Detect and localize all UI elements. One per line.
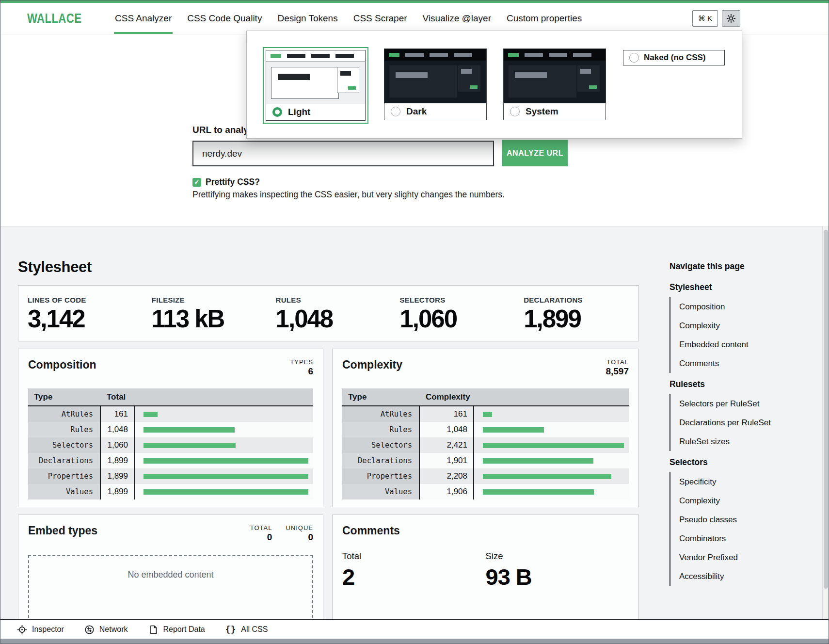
theme-picker-dropdown: Light Dark: [246, 31, 742, 139]
statusbar-report-data[interactable]: Report Data: [148, 625, 205, 635]
light-radio[interactable]: [272, 107, 282, 117]
value-bar: [143, 458, 308, 464]
system-radio[interactable]: [510, 107, 520, 116]
tab-custom-properties[interactable]: Custom properties: [499, 3, 590, 34]
tab-css-scraper[interactable]: CSS Scraper: [346, 3, 415, 34]
theme-option-system[interactable]: System: [503, 48, 606, 120]
table-row: Values 1,899: [28, 484, 313, 499]
naked-radio[interactable]: [629, 53, 639, 63]
composition-types-meta: TYPES 6: [290, 358, 313, 377]
scrollbar-track: [822, 226, 829, 644]
toc-link-declarations-per-ruleset[interactable]: Declarations per RuleSet: [670, 413, 786, 432]
toc-section-stylesheet[interactable]: Stylesheet: [670, 282, 786, 292]
stylesheet-stats-panel: LINES OF CODE 3,142 FILESIZE 113 kB RULE…: [18, 285, 639, 341]
embed-types-title: Embed types: [28, 524, 97, 537]
tab-css-analyzer[interactable]: CSS Analyzer: [107, 3, 179, 34]
tab-visualize-layer[interactable]: Visualize @layer: [415, 3, 499, 34]
value-bar: [143, 489, 308, 495]
theme-toggle-button[interactable]: [722, 10, 740, 27]
toc-link-embedded-content[interactable]: Embedded content: [670, 335, 786, 354]
table-row: Declarations 1,899: [28, 453, 313, 468]
value-bar: [483, 412, 492, 417]
statusbar-all-css[interactable]: {} All CSS: [225, 625, 268, 634]
toc-link-ruleset-sizes[interactable]: RuleSet sizes: [670, 432, 786, 451]
light-label: Light: [288, 107, 310, 117]
value-bar: [483, 443, 624, 448]
toc-link-selectors-per-ruleset[interactable]: Selectors per RuleSet: [670, 394, 786, 413]
table-row: AtRules 161: [28, 406, 313, 422]
dark-radio[interactable]: [391, 107, 400, 116]
toc-link-complexity[interactable]: Complexity: [670, 316, 786, 335]
composition-table: Type Total AtRules 161 Rules 1,048 Selec…: [28, 388, 313, 499]
complexity-title: Complexity: [342, 358, 402, 371]
system-theme-preview: [504, 49, 606, 61]
comments-total: Total 2: [342, 551, 486, 590]
page-navigation: Navigate this page Stylesheet Compositio…: [670, 261, 786, 586]
value-bar: [143, 412, 158, 417]
comments-title: Comments: [342, 524, 400, 537]
statusbar-network[interactable]: Network: [84, 625, 128, 635]
dark-theme-preview: [384, 49, 486, 61]
toc-link-composition[interactable]: Composition: [670, 297, 786, 316]
analyze-url-button[interactable]: Analyze URL: [502, 140, 568, 166]
wallace-app-window: WALLACE CSS Analyzer CSS Code Quality De…: [0, 0, 829, 644]
toc-section-selectors[interactable]: Selectors: [670, 457, 786, 467]
stat-declarations: DECLARATIONS 1,899: [514, 286, 638, 341]
url-input[interactable]: [192, 141, 494, 166]
tab-css-code-quality[interactable]: CSS Code Quality: [179, 3, 270, 34]
toc-link-accessibility[interactable]: Accessibility: [670, 567, 786, 586]
value-bar: [143, 443, 236, 448]
table-row: Properties 2,208: [342, 468, 629, 484]
composition-card: Composition TYPES 6 Type Total AtRules 1…: [18, 349, 323, 507]
topbar-actions: ⌘ K: [692, 10, 740, 27]
report-data-icon: [148, 625, 159, 635]
table-row: Selectors 2,421: [342, 437, 629, 453]
value-bar: [483, 458, 593, 464]
wallace-logo[interactable]: WALLACE: [27, 11, 81, 26]
prettify-help-text: Prettifying makes inspecting the CSS eas…: [192, 190, 505, 200]
embed-total-meta: TOTAL 0: [250, 524, 272, 543]
naked-label: Naked (no CSS): [644, 53, 706, 63]
toc-link-selector-complexity[interactable]: Complexity: [670, 491, 786, 510]
complexity-total-meta: TOTAL 8,597: [606, 358, 629, 377]
inspector-icon: [17, 625, 27, 635]
stat-lines-of-code: LINES OF CODE 3,142: [18, 286, 143, 341]
theme-option-dark[interactable]: Dark: [384, 48, 487, 120]
all-css-icon: {}: [225, 625, 236, 634]
table-row: Rules 1,048: [342, 422, 629, 437]
table-row: Values 1,906: [342, 484, 629, 499]
table-row: AtRules 161: [342, 406, 629, 422]
prettify-option: ✓ Prettify CSS?: [192, 177, 260, 187]
window-bottom-edge: [0, 639, 829, 644]
value-bar: [143, 427, 235, 433]
command-k-shortcut-button[interactable]: ⌘ K: [692, 10, 718, 27]
toc-section-rulesets[interactable]: Rulesets: [670, 379, 786, 389]
toc-link-specificity[interactable]: Specificity: [670, 472, 786, 491]
prettify-label: Prettify CSS?: [206, 177, 260, 187]
value-bar: [483, 427, 544, 433]
table-row: Rules 1,048: [28, 422, 313, 437]
top-accent-strip: [0, 0, 829, 3]
tab-design-tokens[interactable]: Design Tokens: [270, 3, 345, 34]
light-theme-preview: [266, 50, 365, 62]
toc-link-combinators[interactable]: Combinators: [670, 529, 786, 548]
scrollbar-thumb[interactable]: [824, 230, 828, 589]
table-row: Properties 1,899: [28, 468, 313, 484]
stat-rules: RULES 1,048: [267, 286, 391, 341]
top-navigation-bar: WALLACE CSS Analyzer CSS Code Quality De…: [0, 3, 829, 34]
prettify-checkbox[interactable]: ✓: [192, 178, 201, 187]
toc-link-vendor-prefixed[interactable]: Vendor Prefixed: [670, 548, 786, 567]
stat-selectors: SELECTORS 1,060: [390, 286, 514, 341]
theme-option-naked[interactable]: Naked (no CSS): [623, 50, 725, 65]
toc-link-comments[interactable]: Comments: [670, 354, 786, 373]
theme-option-light[interactable]: Light: [263, 47, 368, 124]
network-icon: [84, 625, 95, 635]
toc-link-pseudo-classes[interactable]: Pseudo classes: [670, 510, 786, 529]
statusbar-inspector[interactable]: Inspector: [17, 625, 64, 635]
table-row: Declarations 1,901: [342, 453, 629, 468]
comments-size: Size 93 B: [486, 551, 629, 590]
main-nav: CSS Analyzer CSS Code Quality Design Tok…: [107, 3, 590, 34]
complexity-card: Complexity TOTAL 8,597 Type Complexity A…: [332, 349, 639, 507]
value-bar: [483, 474, 611, 479]
toc-title: Navigate this page: [670, 261, 786, 272]
